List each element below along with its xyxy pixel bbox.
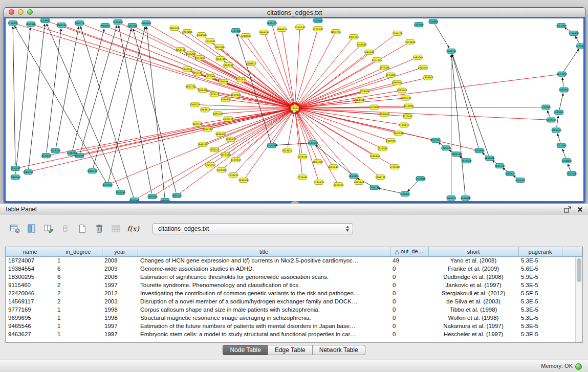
graph-node[interactable]: 9834036	[484, 156, 495, 161]
graph-node[interactable]: 1420043	[182, 67, 192, 71]
graph-node[interactable]: 1095743	[397, 88, 407, 93]
table-row[interactable]: 2242004622012Investigating the contribut…	[6, 289, 582, 297]
graph-node[interactable]: 1946213	[197, 142, 208, 147]
graph-node[interactable]: 9151904	[556, 23, 567, 28]
graph-node[interactable]: 1359844	[415, 177, 426, 181]
cell-name[interactable]: 18300295	[6, 273, 55, 281]
graph-node[interactable]: 1635416	[238, 178, 249, 183]
graph-node[interactable]: 1264123	[375, 175, 386, 180]
graph-node[interactable]: 1044743	[391, 80, 402, 85]
graph-node[interactable]: 1165412	[399, 123, 409, 127]
graph-node[interactable]: 1577141	[372, 57, 382, 62]
graph-node[interactable]: 1851141	[192, 71, 203, 75]
graph-node[interactable]: 6791976	[430, 138, 441, 143]
graph-node[interactable]: 1096482	[160, 199, 170, 201]
cell-year[interactable]: 2012	[102, 289, 138, 297]
cell-name[interactable]: 18724007	[6, 256, 55, 265]
table-selector-dropdown[interactable]: citations_edges.txt	[153, 223, 353, 234]
graph-node[interactable]: 2120653	[8, 20, 18, 25]
graph-node[interactable]: 1154808	[569, 31, 579, 35]
delete-table-button[interactable]	[93, 223, 106, 235]
graph-node[interactable]: 1529145	[50, 148, 61, 153]
network-canvas[interactable]: 2120653186390481299059483103170217419162…	[6, 18, 583, 201]
graph-node[interactable]: 8513004	[313, 18, 323, 23]
cell-short[interactable]: Jankovic et al. (1997)	[428, 281, 518, 289]
graph-node[interactable]: 1724073	[290, 106, 300, 111]
table-row[interactable]: 1456911722003Disruption of a novel membe…	[6, 297, 582, 305]
column-management-button[interactable]	[8, 223, 21, 235]
cell-name[interactable]: 19384554	[6, 265, 55, 273]
window-titlebar[interactable]: citations_edges.txt	[4, 8, 585, 17]
cell-short[interactable]: Franke et al. (2009)	[428, 265, 518, 273]
cell-pagerank[interactable]: 5.3E-5	[518, 297, 562, 305]
graph-node[interactable]: 1581914	[214, 45, 225, 49]
cell-short[interactable]: Dudbridge et al. (2008)	[428, 273, 518, 281]
cell-pagerank[interactable]: 5.3E-5	[518, 305, 562, 314]
graph-node[interactable]: 1275141	[205, 38, 215, 43]
table-row[interactable]: 1830029562008Estimation of significance …	[6, 273, 582, 281]
graph-node[interactable]: 1829113	[192, 122, 203, 126]
graph-node[interactable]: 1702174	[74, 20, 85, 25]
float-panel-icon[interactable]	[564, 206, 571, 213]
graph-node[interactable]: 1485083	[364, 50, 375, 54]
cell-pagerank[interactable]: 5.3E-5	[518, 256, 562, 265]
cell-out_degree[interactable]: 0	[390, 297, 428, 305]
cell-out_degree[interactable]: 0	[390, 281, 428, 289]
graph-node[interactable]: 1352542	[115, 190, 126, 195]
cell-year[interactable]: 1997	[102, 322, 138, 330]
cell-name[interactable]: 9777169	[6, 305, 55, 314]
cell-out_degree[interactable]: 0	[390, 305, 428, 314]
graph-node[interactable]: 1485084	[412, 55, 423, 59]
cell-title[interactable]: Estimation of significance thresholds fo…	[138, 273, 390, 281]
new-table-button[interactable]	[76, 223, 89, 235]
graph-node[interactable]: 1961241	[349, 34, 359, 39]
graph-node[interactable]: 9545021	[446, 196, 456, 201]
graph-node[interactable]: 1355531	[441, 146, 451, 150]
graph-node[interactable]: 1526413	[216, 168, 227, 172]
cell-title[interactable]: Corpus callosum shape and size in male p…	[138, 305, 390, 314]
graph-node[interactable]: 1636913	[223, 117, 234, 121]
graph-node[interactable]: 1330861	[428, 19, 439, 24]
column-header-in_degree[interactable]: in_degree	[55, 247, 102, 256]
graph-node[interactable]: 1754141	[218, 79, 229, 84]
graph-node[interactable]: 1645336	[494, 164, 505, 168]
graph-node[interactable]: 1345043	[147, 194, 158, 199]
column-header-short[interactable]: short	[428, 247, 518, 256]
graph-node[interactable]: 1433612	[554, 110, 564, 115]
graph-node[interactable]: 1445343	[559, 87, 570, 92]
graph-node[interactable]: 5905154	[23, 170, 34, 174]
graph-node[interactable]: 1863583	[313, 160, 323, 164]
graph-node[interactable]: 1836413	[215, 132, 226, 137]
cell-in_degree[interactable]: 1	[55, 305, 102, 314]
graph-node[interactable]: 1725413	[205, 163, 215, 167]
cell-in_degree[interactable]: 2	[55, 289, 102, 297]
cell-year[interactable]: 2009	[102, 265, 138, 273]
graph-node[interactable]: 1608913	[246, 61, 257, 65]
cell-in_degree[interactable]: 6	[55, 265, 102, 273]
graph-node[interactable]: 1159544	[546, 118, 557, 122]
zoom-window-button[interactable]	[27, 9, 33, 15]
cell-pagerank[interactable]: 5.3E-5	[518, 314, 562, 322]
graph-node[interactable]: 12106	[370, 105, 378, 110]
cell-year[interactable]: 2003	[102, 297, 138, 305]
column-header-title[interactable]: title	[138, 247, 390, 256]
graph-node[interactable]: 1873443	[557, 72, 568, 76]
graph-node[interactable]: 9245022	[400, 192, 410, 196]
cell-pagerank[interactable]: 5.5E-5	[518, 289, 562, 297]
cell-in_degree[interactable]: 1	[55, 256, 102, 265]
graph-node[interactable]: 1632542	[129, 198, 140, 201]
graph-node[interactable]: 5905133	[87, 169, 98, 173]
graph-node[interactable]: 1254143	[295, 25, 306, 29]
graph-node[interactable]: 1636216	[209, 147, 220, 152]
graph-node[interactable]: 1863904	[26, 21, 36, 26]
cell-out_degree[interactable]: 0	[390, 314, 428, 322]
graph-node[interactable]: 8725433	[102, 183, 113, 187]
table-row[interactable]: 911546021997Tourette syndrome. Phenomeno…	[6, 281, 582, 289]
graph-node[interactable]: 1514545	[267, 143, 277, 148]
table-row[interactable]: 977716911998Corpus callosum shape and si…	[6, 305, 582, 314]
cell-pagerank[interactable]: 5.3E-5	[518, 330, 562, 338]
network-view[interactable]: 2120653186390481299059483103170217419162…	[4, 17, 585, 203]
graph-node[interactable]: 1943513	[200, 107, 210, 112]
graph-node[interactable]: 1424204	[185, 51, 196, 56]
graph-node[interactable]: 1432902	[413, 22, 424, 27]
